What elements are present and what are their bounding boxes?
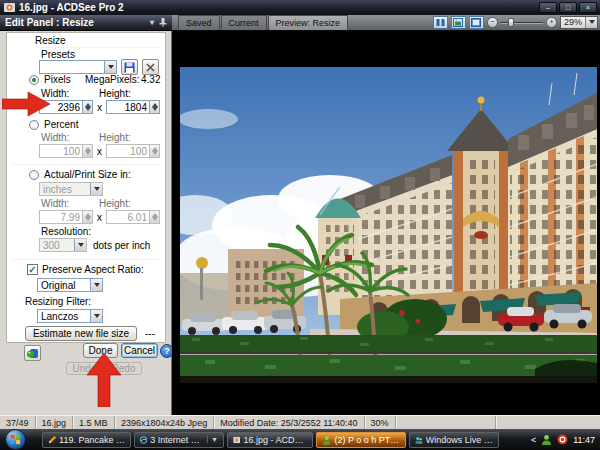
zoom-slider-thumb[interactable]	[508, 18, 514, 27]
divider	[35, 47, 161, 48]
preserve-aspect-value: Original	[41, 280, 75, 291]
resize-panel: Resize Presets Pixels MegaPixels: 4.32	[6, 32, 166, 343]
tab-current[interactable]: Current	[221, 15, 267, 30]
zoom-tools: − + 29%	[433, 14, 600, 30]
taskbar-item-label: 3 Internet Explorer	[150, 435, 203, 445]
units-value: inches	[43, 184, 72, 195]
taskbar-item-acdsee[interactable]: 16.jpg - ACDSee Pr...	[227, 432, 313, 448]
actual-height-input	[106, 210, 149, 224]
pixels-height-spin-buttons[interactable]	[149, 100, 160, 114]
taskbar-item-label: (2) P o o h PTN...	[334, 435, 400, 445]
photo-hedges	[180, 335, 597, 383]
taskbar-item-label: Windows Live Mess...	[426, 435, 493, 445]
percent-width-label: Width:	[41, 132, 69, 143]
pixels-height-input[interactable]	[106, 100, 149, 114]
preview-tabs: Saved Current Preview: Resize	[178, 15, 348, 30]
dpi-label: dots per inch	[93, 240, 150, 251]
pixels-height-stepper	[106, 100, 160, 114]
resizing-filter-dropdown-icon[interactable]	[90, 310, 102, 322]
zoom-level-dropdown-icon[interactable]	[585, 17, 597, 28]
tab-preview-resize[interactable]: Preview: Resize	[268, 15, 349, 30]
presets-dropdown-icon[interactable]	[104, 61, 116, 73]
status-zoom: 30%	[365, 416, 396, 429]
tray-clock[interactable]: 11:47	[573, 435, 595, 445]
cancel-button[interactable]: Cancel	[121, 343, 158, 358]
panel-options-button[interactable]	[24, 345, 41, 361]
system-tray: < 11:47	[531, 434, 600, 445]
tray-expand-chevron[interactable]: <	[531, 435, 536, 445]
internet-explorer-icon	[140, 435, 147, 445]
percent-radio[interactable]	[29, 120, 39, 130]
acdsee-icon	[233, 435, 240, 445]
taskbar-item-pancake[interactable]: 119. Pancake - unl...	[42, 432, 131, 448]
chevron-down-icon[interactable]: ▾	[150, 18, 154, 27]
zoom-to-fit-icon[interactable]	[451, 16, 466, 29]
panel-options-icon	[26, 348, 39, 359]
window-controls: – □ ×	[539, 2, 597, 13]
zoom-in-button[interactable]: +	[546, 17, 557, 28]
presets-label: Presets	[41, 49, 75, 60]
actual-height-spin-buttons	[149, 210, 160, 224]
megapixels-value: 4.32	[141, 74, 160, 85]
presets-select[interactable]	[39, 60, 117, 74]
divider	[11, 164, 161, 165]
preserve-aspect-checkbox[interactable]: ✓	[27, 264, 38, 275]
edit-panel: Resize Presets Pixels MegaPixels: 4.32	[0, 31, 172, 415]
pixels-x-label: x	[97, 102, 102, 113]
resolution-select: 300	[39, 238, 87, 252]
percent-label: Percent	[44, 119, 78, 130]
pin-icon[interactable]	[159, 18, 167, 27]
taskbar-item-label: 16.jpg - ACDSee Pr...	[243, 435, 307, 445]
compare-view-icon[interactable]	[433, 16, 448, 29]
acdsee-window: 16.jpg - ACDSee Pro 2 – □ × Edit Panel :…	[0, 0, 600, 450]
zoom-level-select[interactable]: 29%	[560, 16, 598, 29]
actual-size-icon[interactable]	[469, 16, 484, 29]
actual-height-label: Height:	[99, 198, 131, 209]
resizing-filter-value: Lanczos	[41, 311, 78, 322]
pixels-height-label: Height:	[99, 88, 131, 99]
resolution-label: Resolution:	[41, 226, 91, 237]
delete-preset-button[interactable]	[142, 59, 159, 75]
status-empty-segment	[396, 416, 496, 429]
zoom-slider[interactable]	[501, 17, 543, 28]
taskbar-item-messenger-chat[interactable]: (2) P o o h PTN...	[316, 432, 406, 448]
actual-width-input	[39, 210, 82, 224]
zoom-out-button[interactable]: −	[487, 17, 498, 28]
status-empty-segment	[496, 416, 600, 429]
pixels-radio[interactable]	[29, 75, 39, 85]
taskbar-item-windows-live-messenger[interactable]: Windows Live Mess...	[409, 432, 499, 448]
window-title: 16.jpg - ACDSee Pro 2	[19, 2, 124, 13]
taskbar: 119. Pancake - unl... 3 Internet Explore…	[0, 429, 600, 450]
percent-height-stepper	[106, 144, 160, 158]
status-filename: 16.jpg	[36, 416, 74, 429]
taskbar-item-internet-explorer[interactable]: 3 Internet Explorer ▼	[134, 432, 224, 448]
units-select: inches	[39, 182, 103, 196]
restore-button[interactable]: □	[559, 2, 577, 13]
tab-saved[interactable]: Saved	[178, 15, 220, 30]
actual-height-stepper	[106, 210, 160, 224]
pixels-width-spin-buttons[interactable]	[82, 100, 93, 114]
windows-live-icon	[415, 435, 423, 445]
status-image-index: 37/49	[0, 416, 36, 429]
divider	[11, 259, 161, 260]
estimate-file-size-button[interactable]: Estimate new file size	[25, 326, 137, 341]
resizing-filter-select[interactable]: Lanczos	[37, 309, 103, 323]
minimize-button[interactable]: –	[539, 2, 557, 13]
taskbar-group-dropdown-icon[interactable]: ▼	[207, 436, 218, 443]
actual-width-stepper	[39, 210, 93, 224]
preview-toolbar: Saved Current Preview: Resize − + 29%	[172, 15, 600, 31]
zoom-level-value: 29%	[564, 17, 582, 27]
edit-panel-header: Edit Panel : Resize ▾	[0, 15, 172, 31]
start-button[interactable]	[5, 429, 26, 450]
red-arrow-width-field	[2, 90, 52, 118]
close-button[interactable]: ×	[579, 2, 597, 13]
tray-record-icon[interactable]	[557, 434, 568, 445]
tray-messenger-icon[interactable]	[541, 434, 552, 445]
estimate-file-size-value: ---	[145, 328, 155, 339]
save-preset-button[interactable]	[121, 59, 138, 75]
percent-width-stepper	[39, 144, 93, 158]
preserve-aspect-label: Preserve Aspect Ratio:	[42, 264, 144, 275]
actual-print-size-radio[interactable]	[29, 170, 39, 180]
preserve-aspect-dropdown-icon[interactable]	[90, 279, 102, 291]
preserve-aspect-select[interactable]: Original	[37, 278, 103, 292]
